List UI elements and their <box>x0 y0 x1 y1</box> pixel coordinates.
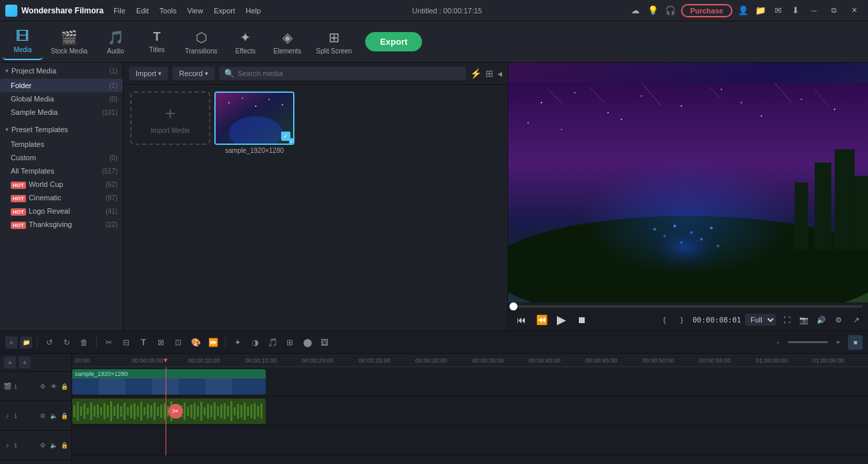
out-point-icon[interactable]: } <box>675 313 688 326</box>
fit-timeline-button[interactable]: ■ <box>848 335 863 350</box>
search-box[interactable]: 🔍 <box>219 67 466 80</box>
filter-icon[interactable]: ⚡ <box>470 68 481 79</box>
timeline-area: + 📁 ↺ ↻ 🗑 ✂ ⊟ T ⊠ ⊡ 🎨 ⏩ ✦ ◑ 🎵 ⊞ ⬤ 🖼 - + … <box>0 330 868 464</box>
purchase-button[interactable]: Purchase <box>681 4 733 17</box>
cloud-icon[interactable]: ☁ <box>629 4 642 17</box>
effects-tab[interactable]: ✦ Effects <box>226 24 266 60</box>
panel-custom-item[interactable]: Custom (0) <box>0 151 123 164</box>
video-lock-icon[interactable]: 🔒 <box>59 382 69 391</box>
video-settings-icon[interactable]: ⚙ <box>38 382 47 391</box>
export-button[interactable]: Export <box>365 32 422 51</box>
zoom-in-button[interactable]: + <box>831 335 845 350</box>
redo-button[interactable]: ↻ <box>59 335 74 350</box>
project-media-header[interactable]: ▾ Project Media (1) <box>0 63 123 79</box>
record-button[interactable]: Record ▾ <box>172 67 214 80</box>
timeline-playhead[interactable] <box>166 367 166 455</box>
quality-select[interactable]: Full <box>745 314 776 326</box>
menu-edit[interactable]: Edit <box>132 5 154 16</box>
audio-settings-icon[interactable]: ⚙ <box>38 411 47 421</box>
maximize-button[interactable]: ⧉ <box>826 5 842 16</box>
text-button[interactable]: T <box>136 335 151 350</box>
in-point-icon[interactable]: { <box>658 313 671 326</box>
audio-tab[interactable]: 🎵 Audio <box>95 24 136 60</box>
split-screen-tab[interactable]: ⊞ Split Screen <box>309 24 359 60</box>
bulb-icon[interactable]: 💡 <box>646 4 660 17</box>
cut-button[interactable]: ✂ <box>101 335 116 350</box>
snapshot-icon[interactable]: 📷 <box>797 313 811 326</box>
add-audio-track-button[interactable]: + <box>19 357 31 369</box>
multi-clip-button[interactable]: ⊞ <box>282 335 297 350</box>
menu-file[interactable]: File <box>109 5 130 16</box>
mail-icon[interactable]: ✉ <box>771 4 785 17</box>
audio2-speaker-icon[interactable]: 🔈 <box>49 441 58 450</box>
speed-button[interactable]: ⏩ <box>206 335 220 350</box>
transitions-tab[interactable]: ⬡ Transitions <box>178 24 224 60</box>
audio-lock-icon[interactable]: 🔒 <box>59 411 69 421</box>
expand-icon[interactable]: ↗ <box>849 313 863 326</box>
minimize-button[interactable]: ─ <box>806 5 822 16</box>
panel-cinematic-item[interactable]: HOTCinematic (97) <box>0 191 123 204</box>
fullscreen-icon[interactable]: ⛶ <box>780 313 793 326</box>
elements-tab[interactable]: ◈ Elements <box>267 24 308 60</box>
user-icon[interactable]: 👤 <box>736 4 750 17</box>
play-button[interactable]: ▶ <box>554 312 570 328</box>
zoom-slider[interactable] <box>788 341 828 343</box>
import-button[interactable]: Import ▾ <box>129 67 168 80</box>
undo-button[interactable]: ↺ <box>42 335 57 350</box>
panel-folder-item[interactable]: Folder (1) <box>0 79 123 92</box>
download-icon[interactable]: ⬇ <box>789 4 802 17</box>
audio-speaker-icon[interactable]: 🔈 <box>49 411 58 421</box>
audio-clip[interactable] <box>72 399 266 424</box>
preset-templates-header[interactable]: ▾ Preset Templates <box>0 122 123 138</box>
media-tab[interactable]: 🎞 Media <box>3 24 43 60</box>
mask-button[interactable]: ◑ <box>248 335 262 350</box>
stock-media-tab[interactable]: 🎬 Stock Media <box>44 24 94 60</box>
audio-duck-button[interactable]: 🎵 <box>265 335 280 350</box>
ripple-button[interactable]: ⊟ <box>119 335 134 350</box>
timeline-thumb[interactable] <box>509 302 517 310</box>
grid-view-icon[interactable]: ⊞ <box>485 68 493 79</box>
video-eye-icon[interactable]: 👁 <box>49 382 58 391</box>
add-media-button[interactable]: + <box>5 336 17 349</box>
panel-sample-media-item[interactable]: Sample Media (101) <box>0 105 123 119</box>
preview-timeline-bar[interactable] <box>513 305 863 308</box>
panel-world-cup-item[interactable]: HOTWorld Cup (62) <box>0 178 123 191</box>
panel-global-media-item[interactable]: Global Media (0) <box>0 92 123 105</box>
crop-button[interactable]: ⊡ <box>171 335 186 350</box>
stop-button[interactable]: ⏹ <box>574 312 590 328</box>
menu-tools[interactable]: Tools <box>155 5 182 16</box>
ai-button[interactable]: ✦ <box>230 335 245 350</box>
panel-logo-reveal-item[interactable]: HOTLogo Reveal (41) <box>0 204 123 218</box>
volume-icon[interactable]: 🔊 <box>815 313 828 326</box>
delete-button[interactable]: 🗑 <box>77 335 91 350</box>
panel-templates-item[interactable]: Templates <box>0 138 123 151</box>
settings-icon[interactable]: ⚙ <box>832 313 845 326</box>
add-video-track-button[interactable]: + <box>4 357 16 369</box>
color-button[interactable]: 🎨 <box>188 335 203 350</box>
zoom-out-button[interactable]: - <box>771 335 785 350</box>
collapse-panel-icon[interactable]: ◂ <box>497 68 502 79</box>
headset-icon[interactable]: 🎧 <box>664 4 677 17</box>
rewind-button[interactable]: ⏮ <box>513 312 529 328</box>
projects-icon[interactable]: 📁 <box>754 4 767 17</box>
add-folder-button[interactable]: 📁 <box>20 336 32 349</box>
effect-btn-tl[interactable]: 🖼 <box>317 335 332 350</box>
split-button[interactable]: ⊠ <box>154 335 168 350</box>
audio2-settings-icon[interactable]: ⚙ <box>38 441 47 450</box>
search-input[interactable] <box>238 69 461 77</box>
menu-export[interactable]: Export <box>209 5 240 16</box>
menu-help[interactable]: Help <box>241 5 266 16</box>
svg-rect-40 <box>815 163 831 250</box>
import-placeholder[interactable]: + Import Media <box>130 91 210 145</box>
menu-view[interactable]: View <box>183 5 208 16</box>
close-button[interactable]: ✕ <box>846 5 863 16</box>
audio2-lock-icon[interactable]: 🔒 <box>59 441 69 450</box>
titles-tab[interactable]: T Titles <box>137 24 177 60</box>
motion-button[interactable]: ⬤ <box>300 335 314 350</box>
panel-all-templates-item[interactable]: All Templates (517) <box>0 164 123 178</box>
media-thumbnail[interactable]: ✓ sample_1920×1280 <box>214 91 294 154</box>
svg-point-34 <box>680 241 683 244</box>
step-back-button[interactable]: ⏪ <box>533 312 550 328</box>
panel-thanksgiving-item[interactable]: HOTThanksgiving (22) <box>0 218 123 231</box>
video-clip[interactable]: sample_1920×1280 <box>72 369 266 395</box>
